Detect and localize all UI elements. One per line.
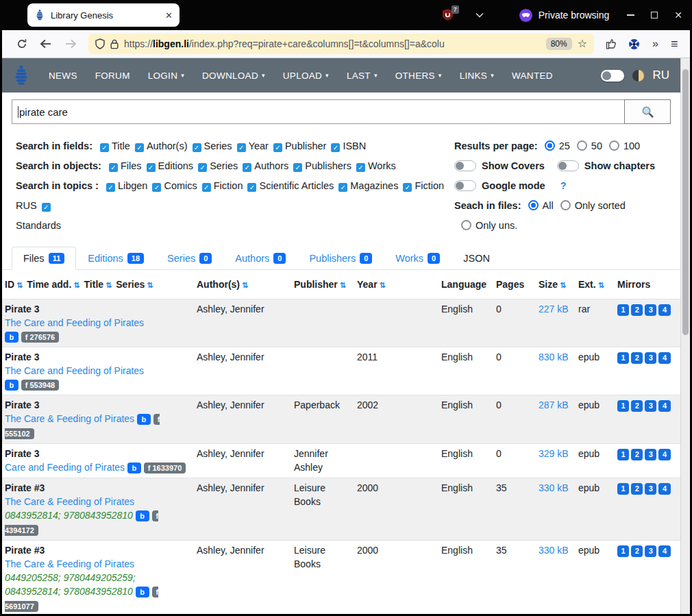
checkbox-magazines[interactable]: ✓ (338, 183, 347, 192)
toggle-show-chapters[interactable] (557, 160, 579, 171)
mirror-link-2[interactable]: 2 (631, 400, 643, 412)
column-header-ext[interactable]: Ext. (578, 279, 596, 290)
adblock-extension-icon[interactable]: 7 (443, 9, 454, 21)
author-link[interactable]: Ashley, Jennifer (197, 545, 264, 556)
title-link[interactable]: The Care & Feeding of Pirates (5, 496, 134, 507)
b-badge[interactable]: b (5, 332, 18, 343)
mirror-link-4[interactable]: 4 (658, 545, 670, 557)
column-header-size[interactable]: Size (539, 279, 558, 290)
mirror-link-1[interactable]: 1 (617, 352, 629, 364)
forward-icon[interactable] (64, 39, 77, 49)
sort-icon[interactable]: ⇅ (340, 281, 346, 289)
nav-item-forum[interactable]: FORUM (95, 71, 130, 81)
window-close-button[interactable]: ✕ (674, 10, 682, 20)
size-link[interactable]: 329 kB (539, 448, 569, 459)
size-link[interactable]: 330 kB (539, 482, 569, 493)
tracking-shield-icon[interactable] (95, 38, 105, 49)
back-icon[interactable] (40, 39, 52, 49)
checkbox-series[interactable]: ✓ (193, 143, 201, 152)
b-badge[interactable]: b (127, 463, 141, 473)
b-badge[interactable]: b (136, 587, 149, 597)
nav-item-wanted[interactable]: WANTED (512, 71, 553, 81)
mirror-link-4[interactable]: 4 (658, 352, 670, 364)
column-header-year[interactable]: Year (357, 279, 378, 290)
search-input[interactable]: pirate care (12, 99, 625, 124)
column-header-author-s[interactable]: Author(s) (197, 279, 240, 290)
theme-toggle[interactable] (601, 70, 624, 82)
sort-icon[interactable]: ⇅ (380, 281, 386, 289)
search-button[interactable] (624, 99, 671, 124)
author-link[interactable]: Ashley, Jennifer (197, 482, 264, 493)
toggle-show-covers[interactable] (454, 160, 476, 171)
tab-works[interactable]: Works0 (384, 247, 452, 270)
title-link[interactable]: The Care and Feeding of Pirates (5, 365, 144, 376)
checkbox-series[interactable]: ✓ (198, 163, 207, 172)
page-scrollbar[interactable] (680, 58, 690, 614)
window-minimize-button[interactable] (627, 14, 634, 16)
mirror-link-1[interactable]: 1 (617, 449, 629, 460)
radio-per-page-100[interactable] (609, 140, 619, 151)
mirror-link-3[interactable]: 3 (645, 400, 656, 412)
mirror-link-2[interactable]: 2 (631, 449, 643, 460)
browser-tab[interactable]: Library Genesis ✕ (27, 3, 180, 27)
scrollbar-thumb[interactable] (682, 69, 689, 335)
overflow-menu-icon[interactable]: » (652, 38, 658, 50)
checkbox-publisher[interactable]: ✓ (273, 143, 282, 152)
radio-files-only-uns[interactable] (461, 220, 471, 230)
tab-series[interactable]: Series0 (156, 247, 223, 270)
toggle-google-mode[interactable] (454, 180, 476, 191)
mirror-link-1[interactable]: 1 (617, 545, 629, 557)
mirror-link-3[interactable]: 3 (645, 483, 656, 495)
mirror-link-2[interactable]: 2 (631, 483, 643, 495)
checkbox-isbn[interactable]: ✓ (331, 143, 340, 152)
window-restore-button[interactable] (651, 12, 658, 19)
extensions-chevron-down-icon[interactable] (475, 12, 484, 18)
checkbox-comics[interactable]: ✓ (152, 183, 161, 192)
b-badge[interactable]: b (137, 414, 151, 425)
size-link[interactable]: 287 kB (539, 399, 569, 410)
nav-item-others[interactable]: OTHERS▾ (395, 71, 442, 81)
title-link[interactable]: The Care & Feeding of Pirates (5, 558, 134, 569)
tab-publishers[interactable]: Publishers0 (297, 247, 384, 270)
tab-files[interactable]: Files11 (12, 247, 76, 270)
mirror-link-3[interactable]: 3 (645, 304, 656, 316)
size-link[interactable]: 227 kB (539, 304, 569, 315)
extension-thumb-icon[interactable] (606, 38, 616, 49)
libgen-logo-icon[interactable] (13, 65, 29, 86)
checkbox-fiction-rus[interactable]: ✓ (403, 183, 412, 192)
checkbox-works[interactable]: ✓ (356, 163, 365, 172)
tab-close-icon[interactable]: ✕ (165, 10, 173, 21)
mirror-link-1[interactable]: 1 (617, 483, 629, 495)
extension-globe-icon[interactable] (628, 38, 640, 50)
sort-icon[interactable]: ⇅ (242, 281, 248, 289)
checkbox-authors[interactable]: ✓ (243, 163, 251, 172)
sort-icon[interactable]: ⇅ (16, 281, 23, 289)
mirror-link-3[interactable]: 3 (645, 545, 656, 557)
checkbox-standards[interactable]: ✓ (42, 203, 51, 212)
mirror-link-1[interactable]: 1 (617, 400, 629, 412)
column-header-publisher[interactable]: Publisher (294, 279, 338, 290)
mirror-link-4[interactable]: 4 (658, 483, 670, 495)
file-id-badge[interactable]: f 1633970 (144, 463, 186, 473)
author-link[interactable]: Ashley, Jennifer (197, 399, 264, 410)
mirror-link-2[interactable]: 2 (631, 352, 643, 364)
checkbox-editions[interactable]: ✓ (147, 163, 156, 172)
checkbox-title[interactable]: ✓ (100, 143, 109, 152)
radio-files-only-sorted[interactable] (560, 200, 571, 210)
checkbox-files[interactable]: ✓ (109, 163, 118, 172)
language-switch[interactable]: RU (652, 69, 669, 82)
url-bar[interactable]: https://libgen.li/index.php?req=pirate+c… (88, 34, 594, 54)
mirror-link-4[interactable]: 4 (658, 400, 670, 412)
column-header-time-add[interactable]: Time add. (27, 279, 71, 290)
nav-item-upload[interactable]: UPLOAD▾ (283, 71, 329, 81)
nav-item-last[interactable]: LAST▾ (347, 71, 378, 81)
file-id-badge[interactable]: f 553948 (21, 380, 59, 391)
b-badge[interactable]: b (136, 510, 149, 521)
author-link[interactable]: Ashley, Jennifer (197, 448, 264, 459)
radio-per-page-25[interactable] (545, 140, 555, 151)
nav-item-download[interactable]: DOWNLOAD▾ (202, 71, 265, 81)
moon-icon[interactable] (632, 70, 644, 82)
sort-icon[interactable]: ⇅ (73, 281, 79, 289)
size-link[interactable]: 330 kB (539, 545, 569, 556)
tab-editions[interactable]: Editions18 (76, 247, 156, 270)
